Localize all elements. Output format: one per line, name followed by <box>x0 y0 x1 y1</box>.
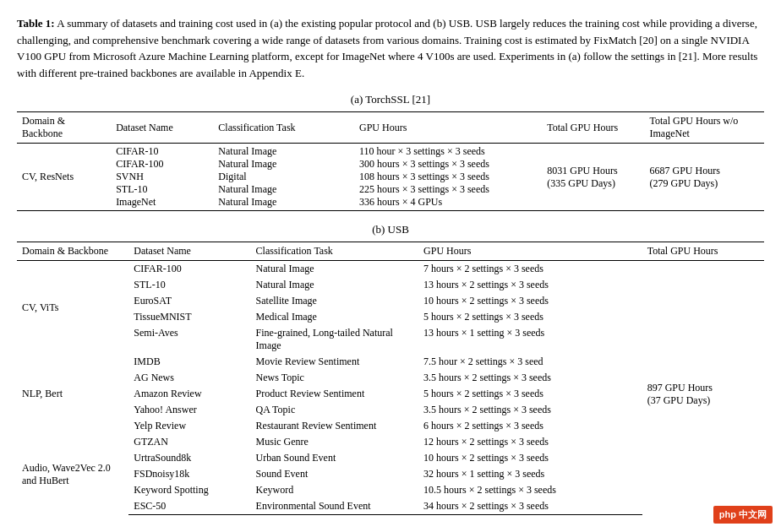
gpu-tissue: 5 hours × 2 settings × 3 seeds <box>418 309 642 325</box>
table-a: Domain & Backbone Dataset Name Classific… <box>17 111 764 211</box>
task-semi-aves: Fine-grained, Long-tailed Natural Image <box>251 325 418 354</box>
col-total2-a: Total GPU Hours w/o ImageNet <box>645 112 765 144</box>
dataset-agnews: AG News <box>128 370 250 386</box>
datasets-a: CIFAR-10CIFAR-100SVNHSTL-10ImageNet <box>111 144 213 211</box>
gpu-amazon: 5 hours × 2 settings × 3 seeds <box>418 386 642 402</box>
gpu-yahoo: 3.5 hours × 2 settings × 3 seeds <box>418 402 642 418</box>
gpu-semi-aves: 13 hours × 1 setting × 3 seeds <box>418 325 642 354</box>
total-a: 8031 GPU Hours(335 GPU Days) <box>542 144 644 211</box>
badge-text: php 中文网 <box>719 509 767 519</box>
task-urban: Urban Sound Event <box>251 450 418 466</box>
total-nlp: 897 GPU Hours(37 GPU Days) <box>642 354 764 434</box>
dataset-gtzan: GTZAN <box>128 434 250 450</box>
section-a-title: (a) TorchSSL [21] <box>17 93 764 106</box>
dataset-fsd: FSDnoisy18k <box>128 466 250 482</box>
domain-nlp-bert: NLP, Bert <box>17 354 128 434</box>
gpu-urban: 10 hours × 2 settings × 3 seeds <box>418 450 642 466</box>
table-b-row-nlp1: NLP, Bert IMDB Movie Review Sentiment 7.… <box>17 354 764 370</box>
gpu-yelp: 6 hours × 2 settings × 3 seeds <box>418 418 642 434</box>
total-audio <box>642 434 764 515</box>
table-b-row-cv: CV, ViTs CIFAR-100 Natural Image 7 hours… <box>17 261 764 278</box>
task-eurosat: Satellite Image <box>251 293 418 309</box>
domain-audio: Audio, Wave2Vec 2.0 and HuBert <box>17 434 128 515</box>
dataset-urban: UrtraSound8k <box>128 450 250 466</box>
gpu-fsd: 32 hours × 1 setting × 3 seeds <box>418 466 642 482</box>
section-b-title: (b) USB <box>17 223 764 236</box>
gpu-gtzan: 12 hours × 2 settings × 3 seeds <box>418 434 642 450</box>
table-b: Domain & Backbone Dataset Name Classific… <box>17 242 764 515</box>
task-yelp: Restaurant Review Sentiment <box>251 418 418 434</box>
table-a-header-row: Domain & Backbone Dataset Name Classific… <box>17 112 764 144</box>
task-keyword: Keyword <box>251 482 418 498</box>
table-a-row: CV, ResNets CIFAR-10CIFAR-100SVNHSTL-10I… <box>17 144 764 211</box>
col-dataset-b: Dataset Name <box>128 242 250 261</box>
total-cv <box>642 261 764 355</box>
col-total-a: Total GPU Hours <box>542 112 644 144</box>
task-imdb: Movie Review Sentiment <box>251 354 418 370</box>
caption-text: A summary of datasets and training cost … <box>17 17 757 79</box>
gpu-agnews: 3.5 hours × 2 settings × 3 seeds <box>418 370 642 386</box>
table-b-row-audio1: Audio, Wave2Vec 2.0 and HuBert GTZAN Mus… <box>17 434 764 450</box>
dataset-yelp: Yelp Review <box>128 418 250 434</box>
col-dataset-a: Dataset Name <box>111 112 213 144</box>
dataset-keyword: Keyword Spotting <box>128 482 250 498</box>
col-domain-a: Domain & Backbone <box>17 112 111 144</box>
php-badge: php 中文网 <box>713 506 773 524</box>
gpu-esc50: 34 hours × 2 settings × 3 seeds <box>418 498 642 515</box>
total-wo-a: 6687 GPU Hours(279 GPU Days) <box>645 144 765 211</box>
col-task-a: Classification Task <box>213 112 354 144</box>
col-gpu-b: GPU Hours <box>418 242 642 261</box>
task-yahoo: QA Topic <box>251 402 418 418</box>
gpu-keyword: 10.5 hours × 2 settings × 3 seeds <box>418 482 642 498</box>
gpu-hours-a: 110 hour × 3 settings × 3 seeds 300 hour… <box>354 144 542 211</box>
task-cifar100: Natural Image <box>251 261 418 278</box>
task-gtzan: Music Genre <box>251 434 418 450</box>
dataset-esc50: ESC-50 <box>128 498 250 515</box>
dataset-stl10: STL-10 <box>128 277 250 293</box>
task-stl10: Natural Image <box>251 277 418 293</box>
gpu-imdb: 7.5 hour × 2 settings × 3 seed <box>418 354 642 370</box>
task-amazon: Product Review Sentiment <box>251 386 418 402</box>
dataset-imdb: IMDB <box>128 354 250 370</box>
dataset-cifar100: CIFAR-100 <box>128 261 250 278</box>
col-gpu-a: GPU Hours <box>354 112 542 144</box>
dataset-yahoo: Yahoo! Answer <box>128 402 250 418</box>
task-esc50: Environmental Sound Event <box>251 498 418 515</box>
dataset-amazon: Amazon Review <box>128 386 250 402</box>
task-agnews: News Topic <box>251 370 418 386</box>
tasks-a: Natural ImageNatural ImageDigitalNatural… <box>213 144 354 211</box>
dataset-eurosat: EuroSAT <box>128 293 250 309</box>
col-task-b: Classification Task <box>251 242 418 261</box>
gpu-eurosat: 10 hours × 2 settings × 3 seeds <box>418 293 642 309</box>
dataset-tissue: TissueMNIST <box>128 309 250 325</box>
col-total-b: Total GPU Hours <box>642 242 764 261</box>
caption-label: Table 1: <box>17 17 55 30</box>
domain-cv-resnets: CV, ResNets <box>17 144 111 211</box>
domain-cv-vits: CV, ViTs <box>17 261 128 355</box>
col-domain-b: Domain & Backbone <box>17 242 128 261</box>
table-b-header-row: Domain & Backbone Dataset Name Classific… <box>17 242 764 261</box>
task-fsd: Sound Event <box>251 466 418 482</box>
task-tissue: Medical Image <box>251 309 418 325</box>
table-caption: Table 1: A summary of datasets and train… <box>17 15 764 81</box>
gpu-stl10: 13 hours × 2 settings × 3 seeds <box>418 277 642 293</box>
gpu-cifar100: 7 hours × 2 settings × 3 seeds <box>418 261 642 278</box>
dataset-semi-aves: Semi-Aves <box>128 325 250 354</box>
